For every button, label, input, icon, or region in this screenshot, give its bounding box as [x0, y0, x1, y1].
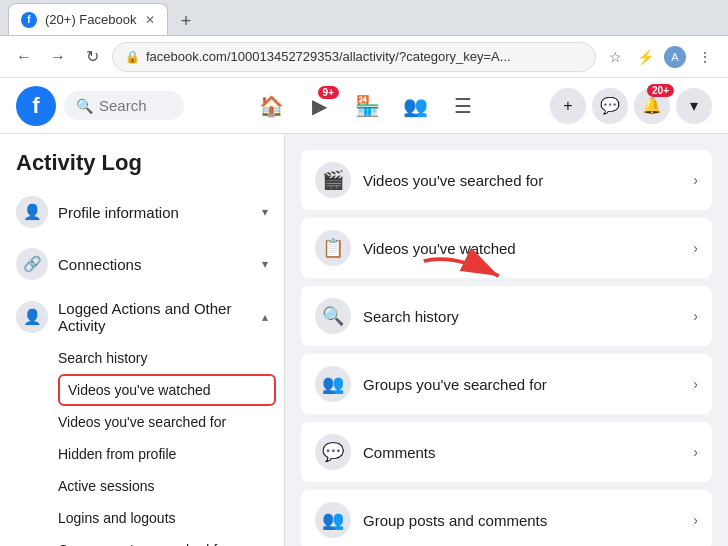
tab-close-button[interactable]: ✕	[145, 13, 155, 27]
nav-home[interactable]: 🏠	[249, 84, 293, 128]
sub-item-search-history[interactable]: Search history	[58, 342, 276, 374]
connections-section-label: Connections	[58, 256, 252, 273]
profile-section-header[interactable]: 👤 Profile information ▾	[8, 188, 276, 236]
notifications-badge: 20+	[647, 84, 674, 97]
address-text: facebook.com/100013452729353/allactivity…	[146, 49, 583, 64]
search-icon: 🔍	[76, 98, 93, 114]
videos-searched-icon: 🎬	[315, 162, 351, 198]
refresh-button[interactable]: ↻	[78, 43, 106, 71]
group-posts-chevron: ›	[693, 512, 698, 528]
connections-section-icon: 🔗	[16, 248, 48, 280]
panel-item-group-posts[interactable]: 👥 Group posts and comments ›	[301, 490, 712, 546]
facebook-logo: f	[16, 86, 56, 126]
group-posts-label: Group posts and comments	[363, 512, 681, 529]
videos-watched-icon: 📋	[315, 230, 351, 266]
logged-section-icon: 👤	[16, 301, 48, 333]
right-panel: 🎬 Videos you've searched for › 📋 Videos …	[285, 134, 728, 546]
nav-groups[interactable]: 👥	[393, 84, 437, 128]
browser-nav-bar: ← → ↻ 🔒 facebook.com/100013452729353/all…	[0, 36, 728, 78]
search-history-label: Search history	[363, 308, 681, 325]
lock-icon: 🔒	[125, 50, 140, 64]
sub-item-hidden-profile[interactable]: Hidden from profile	[58, 438, 276, 470]
tab-favicon: f	[21, 12, 37, 28]
sidebar-section-profile: 👤 Profile information ▾	[8, 188, 276, 236]
comments-label: Comments	[363, 444, 681, 461]
forward-button[interactable]: →	[44, 43, 72, 71]
search-history-icon: 🔍	[315, 298, 351, 334]
extension-icon[interactable]: ⚡	[632, 44, 658, 70]
main-layout: Activity Log 👤 Profile information ▾ 🔗 C…	[0, 134, 728, 546]
sidebar: Activity Log 👤 Profile information ▾ 🔗 C…	[0, 134, 285, 546]
new-tab-button[interactable]: +	[172, 7, 200, 35]
facebook-header: f 🔍 🏠 ▶ 9+ 🏪 👥 ☰ + 💬 🔔 20+ ▾	[0, 78, 728, 134]
panel-item-comments[interactable]: 💬 Comments ›	[301, 422, 712, 482]
logged-sub-items: Search history Videos you've watched Vid…	[8, 342, 276, 546]
sub-item-active-sessions[interactable]: Active sessions	[58, 470, 276, 502]
sub-item-videos-watched[interactable]: Videos you've watched	[58, 374, 276, 406]
facebook-nav-center: 🏠 ▶ 9+ 🏪 👥 ☰	[192, 84, 542, 128]
browser-menu-icon[interactable]: ⋮	[692, 44, 718, 70]
back-button[interactable]: ←	[10, 43, 38, 71]
sub-item-groups-searched[interactable]: Groups you've searched for	[58, 534, 276, 546]
tab-title: (20+) Facebook	[45, 12, 136, 27]
videos-searched-chevron: ›	[693, 172, 698, 188]
create-button[interactable]: +	[550, 88, 586, 124]
right-panel-wrapper: 🎬 Videos you've searched for › 📋 Videos …	[285, 134, 728, 546]
panel-item-videos-watched[interactable]: 📋 Videos you've watched ›	[301, 218, 712, 278]
sub-item-videos-searched[interactable]: Videos you've searched for	[58, 406, 276, 438]
videos-searched-label: Videos you've searched for	[363, 172, 681, 189]
groups-searched-chevron: ›	[693, 376, 698, 392]
nav-menu[interactable]: ☰	[441, 84, 485, 128]
active-tab[interactable]: f (20+) Facebook ✕	[8, 3, 168, 35]
profile-icon[interactable]: A	[662, 44, 688, 70]
tab-bar: f (20+) Facebook ✕ +	[0, 0, 728, 36]
panel-item-videos-searched[interactable]: 🎬 Videos you've searched for ›	[301, 150, 712, 210]
sidebar-title: Activity Log	[8, 146, 276, 188]
search-box[interactable]: 🔍	[64, 91, 184, 120]
comments-icon: 💬	[315, 434, 351, 470]
account-menu-button[interactable]: ▾	[676, 88, 712, 124]
sub-item-logins-logouts[interactable]: Logins and logouts	[58, 502, 276, 534]
comments-chevron: ›	[693, 444, 698, 460]
logged-section-label: Logged Actions and Other Activity	[58, 300, 252, 334]
sidebar-section-connections: 🔗 Connections ▾	[8, 240, 276, 288]
search-input[interactable]	[99, 97, 179, 114]
group-posts-icon: 👥	[315, 502, 351, 538]
profile-chevron-icon: ▾	[262, 205, 268, 219]
address-bar[interactable]: 🔒 facebook.com/100013452729353/allactivi…	[112, 42, 596, 72]
panel-item-groups-searched[interactable]: 👥 Groups you've searched for ›	[301, 354, 712, 414]
messenger-button[interactable]: 💬	[592, 88, 628, 124]
groups-searched-icon: 👥	[315, 366, 351, 402]
nav-marketplace[interactable]: 🏪	[345, 84, 389, 128]
video-badge: 9+	[318, 86, 339, 99]
panel-item-search-history[interactable]: 🔍 Search history ›	[301, 286, 712, 346]
connections-chevron-icon: ▾	[262, 257, 268, 271]
connections-section-header[interactable]: 🔗 Connections ▾	[8, 240, 276, 288]
search-history-chevron: ›	[693, 308, 698, 324]
videos-watched-chevron: ›	[693, 240, 698, 256]
videos-watched-label: Videos you've watched	[363, 240, 681, 257]
facebook-nav-right: + 💬 🔔 20+ ▾	[550, 88, 712, 124]
logged-chevron-icon: ▴	[262, 310, 268, 324]
profile-section-icon: 👤	[16, 196, 48, 228]
notifications-button[interactable]: 🔔 20+	[634, 88, 670, 124]
bookmark-icon[interactable]: ☆	[602, 44, 628, 70]
sidebar-section-logged: 👤 Logged Actions and Other Activity ▴ Se…	[8, 292, 276, 546]
groups-searched-label: Groups you've searched for	[363, 376, 681, 393]
profile-section-label: Profile information	[58, 204, 252, 221]
nav-video[interactable]: ▶ 9+	[297, 84, 341, 128]
browser-nav-icons: ☆ ⚡ A ⋮	[602, 44, 718, 70]
logged-section-header[interactable]: 👤 Logged Actions and Other Activity ▴	[8, 292, 276, 342]
